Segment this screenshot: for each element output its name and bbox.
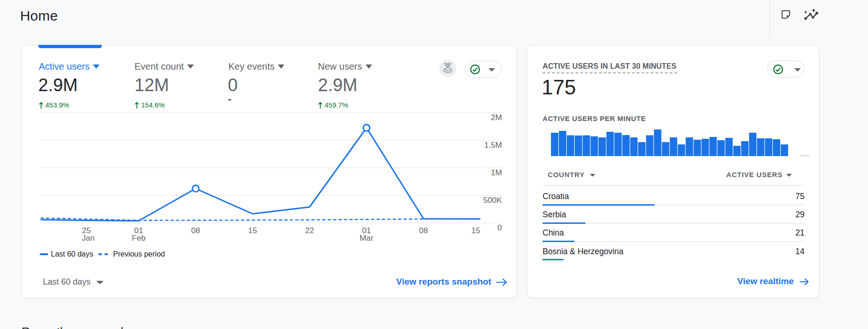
- svg-text:08: 08: [191, 226, 200, 235]
- svg-text:1M: 1M: [491, 168, 502, 177]
- svg-text:0: 0: [497, 223, 501, 232]
- svg-text:2M: 2M: [491, 113, 502, 122]
- svg-text:15: 15: [472, 226, 480, 235]
- svg-text:22: 22: [305, 226, 314, 235]
- svg-text:08: 08: [419, 226, 428, 235]
- svg-text:Mar: Mar: [360, 234, 374, 243]
- svg-text:15: 15: [248, 226, 257, 235]
- svg-text:Jan: Jan: [82, 234, 94, 243]
- svg-text:Feb: Feb: [132, 234, 145, 243]
- svg-text:500K: 500K: [483, 196, 502, 205]
- svg-text:1.5M: 1.5M: [484, 141, 502, 150]
